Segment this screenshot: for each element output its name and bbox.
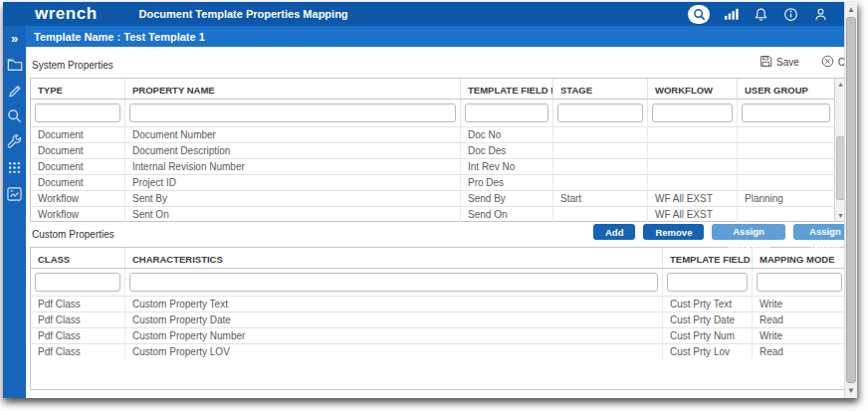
- table-cell: Write: [753, 328, 847, 343]
- column-filter-input[interactable]: [129, 103, 456, 122]
- column-filter-input[interactable]: [652, 103, 733, 122]
- table-cell: Cust Prty Text: [663, 297, 753, 311]
- filter-cell: [553, 100, 648, 126]
- remove-button[interactable]: Remove: [643, 224, 704, 240]
- table-cell: Pdf Class: [31, 312, 125, 327]
- scroll-up-icon[interactable]: ▲: [845, 3, 857, 16]
- table-cell: Pdf Class: [31, 297, 125, 311]
- column-filter-input[interactable]: [35, 273, 120, 292]
- column-header[interactable]: TYPE: [31, 79, 125, 99]
- table-cell: Sent On: [125, 207, 461, 222]
- filter-cell: [738, 100, 835, 126]
- system-properties-table: TYPEPROPERTY NAMETEMPLATE FIELD NAMESTAG…: [30, 78, 847, 222]
- table-cell: Cust Prty Lov: [663, 344, 753, 359]
- report-icon[interactable]: [6, 185, 23, 202]
- table-cell: [738, 159, 835, 174]
- search-icon[interactable]: [688, 5, 710, 24]
- table-row[interactable]: DocumentDocument NumberDoc No: [31, 126, 846, 142]
- column-header[interactable]: CLASS: [31, 248, 125, 268]
- table-cell: Custom Property LOV: [125, 344, 663, 359]
- table-row[interactable]: WorkflowSent OnSend OnWF All EXST: [31, 206, 846, 222]
- table-cell: Document: [31, 159, 125, 174]
- filter-cell: [31, 100, 125, 126]
- filter-cell: [125, 100, 461, 126]
- column-header[interactable]: PROPERTY NAME: [125, 79, 461, 99]
- table-cell: Document Number: [125, 127, 461, 142]
- column-header[interactable]: WORKFLOW: [648, 79, 738, 99]
- wrench-logo: wrench: [35, 3, 98, 25]
- table-row[interactable]: Pdf ClassCustom Property TextCust Prty T…: [31, 296, 846, 311]
- column-filter-input[interactable]: [129, 273, 658, 292]
- save-button[interactable]: Save: [760, 55, 799, 70]
- app-window: wrench Document Template Properties Mapp…: [3, 2, 857, 398]
- apps-grid-icon[interactable]: [6, 159, 23, 176]
- table-cell: WF All EXST: [648, 207, 738, 222]
- scroll-down-icon[interactable]: ▼: [845, 384, 857, 397]
- table-cell: Document: [31, 127, 125, 142]
- filter-cell: [648, 100, 738, 126]
- table-cell: [553, 127, 648, 142]
- table-row[interactable]: Pdf ClassCustom Property NumberCust Prty…: [31, 327, 846, 343]
- table-cell: [553, 207, 648, 222]
- column-filter-input[interactable]: [35, 103, 120, 122]
- left-sidebar: »: [3, 26, 26, 398]
- table-row[interactable]: Pdf ClassCustom Property DateCust Prty D…: [31, 311, 846, 327]
- page-scrollbar[interactable]: ▲ ▼: [844, 2, 857, 398]
- table-cell: Sent By: [125, 191, 461, 206]
- table-row[interactable]: DocumentInternal Revision NumberInt Rev …: [31, 158, 846, 174]
- table-cell: Read: [753, 344, 847, 359]
- table-cell: Workflow: [31, 207, 125, 222]
- table-cell: [553, 159, 648, 174]
- table-cell: Doc No: [461, 127, 553, 142]
- add-button[interactable]: Add: [593, 224, 635, 240]
- folder-icon[interactable]: [6, 56, 23, 73]
- table-header-row: CLASSCHARACTERISTICSTEMPLATE FIELD NAMEM…: [31, 248, 846, 269]
- save-cancel-toolbar: Save Cancel: [760, 55, 857, 70]
- wrench-icon[interactable]: [6, 133, 23, 150]
- save-icon: [760, 55, 772, 70]
- table-cell: Document: [31, 175, 125, 190]
- table-row[interactable]: Pdf ClassCustom Property LOVCust Prty Lo…: [31, 343, 846, 359]
- column-header[interactable]: USER GROUP: [738, 79, 835, 99]
- page-title: Document Template Properties Mapping: [139, 8, 348, 20]
- table-filter-row: [31, 269, 846, 296]
- template-name-label: Template Name : Test Template 1: [34, 31, 205, 43]
- column-filter-input[interactable]: [465, 103, 548, 122]
- table-cell: Project ID: [125, 175, 461, 190]
- table-cell: Document: [31, 143, 125, 158]
- column-header[interactable]: TEMPLATE FIELD NAME: [461, 79, 553, 99]
- table-cell: Send On: [461, 207, 553, 222]
- table-row[interactable]: DocumentProject IDPro Des: [31, 174, 846, 190]
- assign-workflow-button[interactable]: Assign Workflow: [712, 224, 784, 240]
- notifications-bell-icon[interactable]: [752, 5, 769, 23]
- column-filter-input[interactable]: [742, 103, 830, 122]
- user-icon[interactable]: [811, 5, 829, 23]
- custom-properties-table: CLASSCHARACTERISTICSTEMPLATE FIELD NAMEM…: [30, 247, 847, 390]
- stats-bars-icon[interactable]: [722, 5, 740, 23]
- table-cell: [648, 159, 738, 174]
- column-filter-input[interactable]: [667, 273, 748, 292]
- table-body: DocumentDocument NumberDoc NoDocumentDoc…: [31, 126, 846, 222]
- custom-properties-title: Custom Properties: [32, 229, 114, 240]
- table-cell: Doc Des: [461, 143, 553, 158]
- table-cell: Custom Property Date: [125, 312, 663, 327]
- column-filter-input[interactable]: [757, 273, 842, 292]
- filter-cell: [753, 269, 847, 296]
- search-icon[interactable]: [6, 107, 23, 124]
- scrollbar-thumb[interactable]: [846, 17, 856, 383]
- expand-icon[interactable]: »: [6, 30, 23, 47]
- table-row[interactable]: DocumentDocument DescriptionDoc Des: [31, 142, 846, 158]
- edit-pencil-icon[interactable]: [6, 82, 23, 99]
- filter-cell: [663, 269, 753, 296]
- column-header[interactable]: STAGE: [553, 79, 648, 99]
- cancel-icon: [821, 55, 834, 70]
- custom-properties-actions: Add Remove Assign Workflow Assign Group: [593, 224, 857, 240]
- column-filter-input[interactable]: [557, 103, 643, 122]
- table-cell: Internal Revision Number: [125, 159, 461, 174]
- filter-cell: [31, 269, 125, 296]
- table-cell: [648, 127, 738, 142]
- info-icon[interactable]: [781, 5, 799, 23]
- table-row[interactable]: WorkflowSent BySend ByStartWF All EXSTPl…: [31, 190, 846, 206]
- table-cell: [738, 127, 835, 142]
- column-header[interactable]: CHARACTERISTICS: [125, 248, 663, 268]
